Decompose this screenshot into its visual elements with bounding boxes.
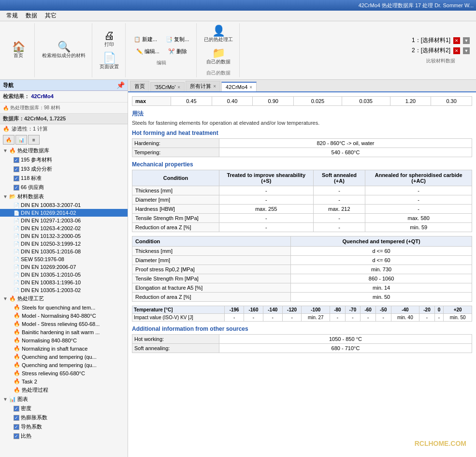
steels-quen-label: Steels for quenching and tem... — [22, 305, 95, 310]
copy-button[interactable]: 📑 复制... — [162, 34, 192, 44]
qt-row: Thickness [mm] d <= 60 — [132, 247, 472, 256]
tab-calc-close[interactable]: × — [213, 84, 216, 89]
tab-35crmo-close[interactable]: × — [177, 85, 180, 90]
flame-icon-1: 🔥 — [14, 304, 20, 310]
edit-button[interactable]: ✏️ 编辑... — [133, 46, 163, 57]
heat-treat-button[interactable]: 👤 已的热处理工 — [202, 24, 235, 44]
tree-charts[interactable]: ▼ 📊 图表 — [0, 395, 128, 404]
tree-din9[interactable]: 📄 DIN EN 10269:2006-07 — [0, 263, 128, 271]
tree-item-195[interactable]: ✓ 195 参考材料 — [0, 155, 128, 164]
material1-select[interactable]: 1：[选择材料1] ✕ ▼ — [412, 36, 470, 44]
tree-din11[interactable]: 📄 DIN EN 10083-1:1996-10 — [0, 279, 128, 286]
expand-icon-mat: ▼ — [3, 194, 8, 199]
page-setup-button[interactable]: 📄 页面设置 — [97, 51, 121, 72]
tree-din6[interactable]: 📄 DIN EN 10250-3:1999-12 — [0, 240, 128, 248]
own-data-button[interactable]: 📁 自己的数据 — [204, 46, 233, 67]
tree-item-66[interactable]: ✓ 66 供应商 — [0, 183, 128, 192]
tree-normalising[interactable]: 🔥 Normalising 840-880°C — [0, 336, 128, 344]
print-button[interactable]: 🖨 打印 — [97, 29, 121, 49]
tree-thermal-exp[interactable]: ✓ 热膨胀系数 — [0, 413, 128, 422]
tab-35crmo[interactable]: '35CrMo' × — [150, 82, 185, 91]
tab-42crmo4-close[interactable]: × — [249, 85, 252, 90]
impact-val-2: - — [263, 314, 282, 322]
mech-row-v2: - — [313, 214, 365, 223]
checkbox-specific-heat[interactable]: ✓ — [14, 433, 19, 439]
tree-din5[interactable]: 📄 DIN EN 10132-3:2000-05 — [0, 232, 128, 240]
tree-thermal-cond[interactable]: ✓ 导热系数 — [0, 422, 128, 431]
tab-calc[interactable]: 所有计算 × — [186, 81, 220, 91]
material1-close-button[interactable]: ✕ — [453, 37, 460, 44]
tree-din10[interactable]: 📄 DIN EN 10305-1:2010-05 — [0, 271, 128, 279]
sidebar-header-label: 导航 — [3, 82, 14, 89]
tree-din3[interactable]: 📄 DIN EN 10297-1:2003-06 — [0, 217, 128, 224]
tree-steels-quen[interactable]: 🔥 Steels for quenching and tem... — [0, 303, 128, 311]
material2-pin-button[interactable]: ▼ — [463, 47, 470, 54]
tree-model-stress[interactable]: 🔥 Model - Stress relieving 650-68... — [0, 320, 128, 328]
tree-stress-rel[interactable]: 🔥 Stress relieving 650-680°C — [0, 369, 128, 377]
additional-title: Additional information from other source… — [132, 325, 472, 332]
tree-heat-process[interactable]: 🔥 热处理过程 — [0, 385, 128, 395]
checkbox-193[interactable]: ✓ — [14, 166, 19, 172]
mech-row-v1: - — [219, 195, 314, 205]
tree-task2[interactable]: 🔥 Task 2 — [0, 377, 128, 385]
menu-other[interactable]: 其它 — [41, 11, 60, 21]
tree-material-data[interactable]: ▼ 📂 材料数据表 — [0, 192, 128, 201]
tree-din4[interactable]: 📄 DIN EN 10263-4:2002-02 — [0, 224, 128, 232]
tree-item-193[interactable]: ✓ 193 成分分析 — [0, 164, 128, 174]
checkbox-density[interactable]: ✓ — [14, 406, 19, 412]
tree-quench2[interactable]: 🔥 Quenching and tempering (qu... — [0, 361, 128, 369]
new-button[interactable]: 📋 新建... — [130, 34, 160, 44]
material2-select[interactable]: 2：[选择材料2] ✕ ▼ — [412, 46, 470, 55]
checkbox-thermal-cond[interactable]: ✓ — [14, 424, 19, 430]
tree-item-118[interactable]: ✓ 118 标准 — [0, 174, 128, 183]
sidebar-icon-btn-2[interactable]: 📊 — [15, 135, 27, 145]
hot-working-value: 1050 - 850 °C — [219, 335, 472, 344]
doc-icon-8: 📄 — [14, 257, 19, 262]
tree-quench1[interactable]: 🔥 Quenching and tempering (qu... — [0, 353, 128, 361]
impact-val-label: Impact value (ISO-V) KV [J] — [132, 314, 225, 322]
qt-row-label: Elongation at fracture A5 [%] — [132, 283, 291, 293]
hardening-label: Hardening: — [132, 139, 219, 148]
tree-bainitic[interactable]: 🔥 Bainitic hardening in salt warm ... — [0, 328, 128, 336]
tree-model-norm[interactable]: 🔥 Model - Normalising 840-880°C — [0, 311, 128, 320]
toolbar-group-edit: 📋 新建... 📑 复制... ✏️ 编辑... ✂️ 删除 编辑 — [127, 23, 197, 77]
page-icon: 📄 — [103, 53, 116, 63]
tree-heat-craft[interactable]: ▼ 🔥 热处理工艺 — [0, 294, 128, 303]
tree-heat-db[interactable]: ▼ 🔥 热处理数据库 — [0, 146, 128, 155]
charts-label: 图表 — [17, 396, 28, 403]
delete-button[interactable]: ✂️ 删除 — [165, 46, 190, 57]
tab-42crmo4[interactable]: 42CrMo4 × — [221, 82, 257, 91]
impact-val-12: min. 50 — [444, 314, 472, 322]
search-similar-button[interactable]: 🔍 检索相似成分的材料 — [40, 40, 88, 60]
mech-row-label: Reduction of area Z [%] — [132, 223, 219, 232]
tree-din8[interactable]: 📄 SEW 550:1976-08 — [0, 255, 128, 263]
tree-din12[interactable]: 📄 DIN EN 10305-1:2003-02 — [0, 286, 128, 294]
doc-icon-1: 📄 — [14, 203, 19, 208]
tree-specific-heat[interactable]: ✓ 比热 — [0, 431, 128, 441]
checkbox-195[interactable]: ✓ — [14, 157, 19, 163]
checkbox-118[interactable]: ✓ — [14, 176, 19, 181]
checkbox-thermal-exp[interactable]: ✓ — [14, 415, 19, 421]
qt-row: Reduction of area Z [%] min. 50 — [132, 293, 472, 302]
home-button[interactable]: 🏠 首页 — [6, 40, 30, 60]
checkbox-66[interactable]: ✓ — [14, 185, 19, 191]
impact-val-9: min. 40 — [391, 314, 419, 322]
tab-42crmo4-label: 42CrMo4 — [226, 84, 247, 90]
menu-data[interactable]: 数据 — [22, 11, 41, 21]
material1-pin-button[interactable]: ▼ — [463, 37, 470, 44]
tree-din2[interactable]: 📄 DIN EN 10269:2014-02 — [0, 209, 128, 217]
tree-din7[interactable]: 📄 DIN EN 10305-1:2016-08 — [0, 248, 128, 255]
temp-col-1: -160 — [244, 306, 263, 314]
tree-norm-shaft[interactable]: 🔥 Normalizing in shaft furnace — [0, 344, 128, 353]
qt-row: Tensile Strength Rm [MPa] 860 - 1060 — [132, 274, 472, 283]
sidebar-icon-btn-1[interactable]: 🔥 — [3, 135, 14, 145]
doc-icon-12: 📄 — [14, 288, 19, 293]
sidebar-icon-btn-3[interactable]: ≡ — [28, 135, 40, 145]
tree-density[interactable]: ✓ 密度 — [0, 404, 128, 413]
title-bar: 42CrMo4 热处理数据库 17 处理 Dr. Sommer W... — [0, 0, 476, 11]
mech-row-label: Tensile Strength Rm [MPa] — [132, 214, 219, 223]
material2-close-button[interactable]: ✕ — [453, 47, 460, 54]
menu-general[interactable]: 常规 — [2, 11, 22, 21]
tree-din1[interactable]: 📄 DIN EN 10083-3:2007-01 — [0, 201, 128, 209]
tab-home[interactable]: 首页 — [130, 81, 149, 91]
